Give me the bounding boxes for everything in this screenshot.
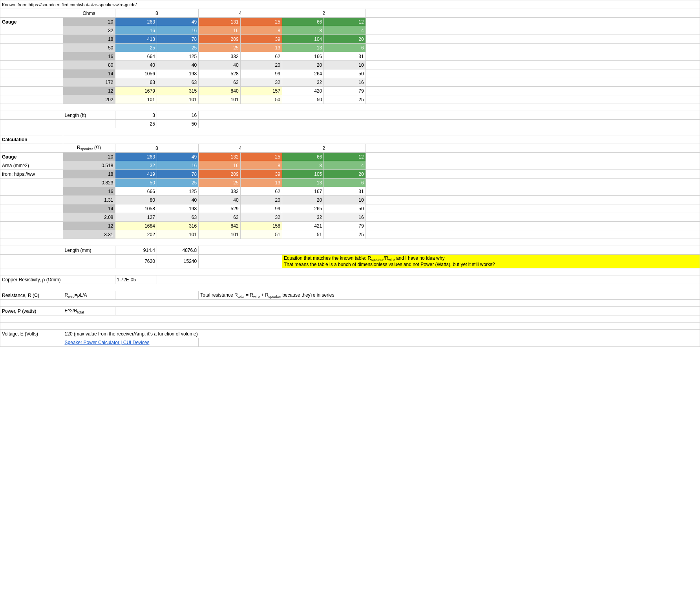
sv4a-12: 101 xyxy=(199,95,240,104)
cv8a-18: 419 xyxy=(115,170,157,179)
empty-calc-14 xyxy=(366,204,700,213)
cv8a-12: 1684 xyxy=(115,222,157,230)
cui-devices-link[interactable]: Speaker Power Calculator | CUI Devices xyxy=(65,340,150,345)
v8b-16: 125 xyxy=(157,52,198,61)
empty-a xyxy=(0,26,63,35)
rspeaker-header-row: Rspeaker (Ω) 8 4 2 xyxy=(0,144,700,153)
empty-link-rest xyxy=(199,338,700,347)
calc-area-row-18: 0.823 50 25 25 13 13 6 xyxy=(0,179,700,187)
area-val-20: 0.518 xyxy=(63,161,115,170)
empty-length-rest xyxy=(199,111,700,120)
csub2b-16: 10 xyxy=(324,196,366,204)
sv8b-18: 25 xyxy=(157,44,198,52)
calc-area-row-20: Area (mm^2) 0.518 32 16 16 8 8 4 xyxy=(0,161,700,170)
v8b-20: 49 xyxy=(157,18,198,26)
empty-cells-16 xyxy=(366,52,700,61)
cv2b-16: 31 xyxy=(324,187,366,196)
length-ft-row-2: 25 50 xyxy=(0,120,700,128)
known-from-row: Known, from: https://soundcertified.com/… xyxy=(0,0,700,9)
v4b-16: 62 xyxy=(240,52,282,61)
empty-cells-12 xyxy=(366,87,700,95)
v8b-18: 78 xyxy=(157,35,198,44)
v4b-20: 25 xyxy=(240,18,282,26)
empty-copper-rest xyxy=(157,275,700,284)
cv4b-20: 25 xyxy=(240,153,282,161)
empty-cells-20 xyxy=(366,18,700,26)
sv2a-16: 20 xyxy=(282,61,323,69)
length-ft-label: Length (ft) xyxy=(63,111,115,120)
empty-lmm-gap xyxy=(199,255,282,268)
cv4b-12: 158 xyxy=(240,222,282,230)
ohms-label: Ohms xyxy=(63,9,115,18)
resistance-row: Resistance, R (Ω) Rwire=ρL/A Total resis… xyxy=(0,291,700,300)
sv8a-16: 40 xyxy=(115,61,157,69)
equation-text: Equation that matches the known table: R… xyxy=(284,255,444,261)
calc-gauge-row-18: from: https://ww 18 419 78 209 39 105 20 xyxy=(0,170,700,179)
sv8b-14: 63 xyxy=(157,78,198,87)
empty-length-b2 xyxy=(63,120,115,128)
csub2b-20: 4 xyxy=(324,161,366,170)
gauge-14: 14 xyxy=(63,69,115,78)
csub8b-18: 25 xyxy=(157,179,198,187)
empty-carea-12 xyxy=(366,230,700,239)
calc-gauge-label: Gauge xyxy=(0,153,63,161)
power-formula: E^2/Rtotal xyxy=(63,307,115,315)
empty-headers xyxy=(366,9,700,18)
voltage-label: Voltage, E (Volts) xyxy=(0,330,63,338)
copper-row: Copper Resistivity, ρ (Ωmm) 1.72E-05 xyxy=(0,275,700,284)
gauge-row-14: 14 1056 198 528 99 264 50 xyxy=(0,69,700,78)
gauge-12: 12 xyxy=(63,87,115,95)
sv2b-14: 16 xyxy=(324,78,366,87)
sub-row-18: 50 25 25 25 13 13 6 xyxy=(0,44,700,52)
empty-carea-14 xyxy=(366,213,700,222)
calculation-label: Calculation xyxy=(0,135,63,144)
csub8b-12: 101 xyxy=(157,230,198,239)
length-mm-row-2: 7620 15240 Equation that matches the kno… xyxy=(0,255,700,268)
empty-from-s12 xyxy=(0,230,63,239)
empty-lmm-b2 xyxy=(63,255,115,268)
calc-gauge-12: 12 xyxy=(63,222,115,230)
link-cell[interactable]: Speaker Power Calculator | CUI Devices xyxy=(63,338,199,347)
csub8a-20: 32 xyxy=(115,161,157,170)
empty-cell xyxy=(0,9,63,18)
csub2a-20: 8 xyxy=(282,161,323,170)
length-mm-4876: 4876.8 xyxy=(157,246,198,255)
empty-a-s18 xyxy=(0,44,63,52)
gauge-row-16: 16 664 125 332 62 166 31 xyxy=(0,52,700,61)
sv2b-16: 10 xyxy=(324,61,366,69)
length-ft-3: 3 xyxy=(115,111,157,120)
csub8a-12: 202 xyxy=(115,230,157,239)
calc-area-row-16: 1.31 80 40 40 20 20 10 xyxy=(0,196,700,204)
cv2a-16: 167 xyxy=(282,187,323,196)
empty-from-s18 xyxy=(0,179,63,187)
empty-carea-18 xyxy=(366,179,700,187)
csub4a-12: 101 xyxy=(199,230,240,239)
v4b-12: 157 xyxy=(240,87,282,95)
empty-a-s16 xyxy=(0,61,63,69)
csub8b-14: 63 xyxy=(157,213,198,222)
cv4a-16: 333 xyxy=(199,187,240,196)
length-mm-label: Length (mm) xyxy=(63,246,115,255)
empty-row-3 xyxy=(0,239,700,246)
empty-row-8 xyxy=(0,323,700,330)
csub4a-18: 25 xyxy=(199,179,240,187)
gauge-18: 18 xyxy=(63,35,115,44)
equation-line2: That means the table is a bunch of dimen… xyxy=(284,262,495,267)
calc-gauge-row-20: Gauge 20 263 49 132 25 66 12 xyxy=(0,153,700,161)
sv2a-20: 8 xyxy=(282,26,323,35)
sv2a-14: 32 xyxy=(282,78,323,87)
csub8b-16: 40 xyxy=(157,196,198,204)
power-row: Power, P (watts) E^2/Rtotal xyxy=(0,307,700,315)
empty-lmm-rest xyxy=(199,246,700,255)
calc-col-4-header: 4 xyxy=(199,144,282,153)
calc-gauge-row-16: 16 666 125 333 62 167 31 xyxy=(0,187,700,196)
equation-cell: Equation that matches the known table: R… xyxy=(282,255,700,268)
empty-length-a xyxy=(0,111,63,120)
voltage-value: 120 (max value from the receiver/Amp, it… xyxy=(63,330,700,338)
cv8b-14: 198 xyxy=(157,204,198,213)
sv4a-20: 16 xyxy=(199,26,240,35)
sub-gauge-50: 50 xyxy=(63,44,115,52)
csub4a-16: 40 xyxy=(199,196,240,204)
copper-label: Copper Resistivity, ρ (Ωmm) xyxy=(0,275,115,284)
empty-cells-sub16 xyxy=(366,61,700,69)
